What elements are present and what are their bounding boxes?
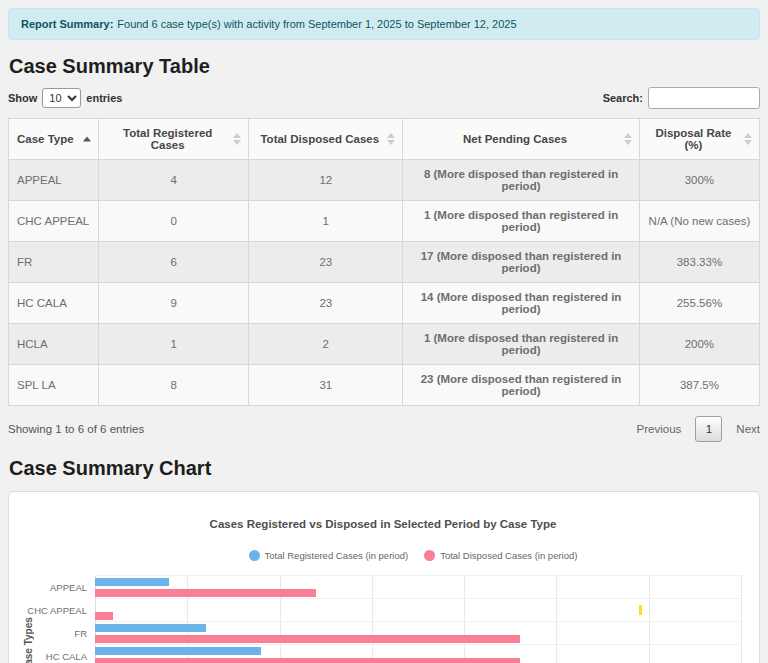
- category-label-appeal: APPEAL: [50, 581, 87, 592]
- sort-asc-icon: [83, 137, 91, 142]
- table-row: SPL LA83123 (More disposed than register…: [9, 365, 760, 406]
- category-band-chc-appeal: [95, 598, 741, 621]
- table-header-row: Case TypeTotal Registered CasesTotal Dis…: [9, 119, 760, 160]
- column-header-label: Case Type: [17, 133, 74, 145]
- bar-total-registered-cases-in-period-fr: [95, 624, 206, 632]
- cell-disposed-cases: 23: [249, 283, 403, 324]
- cell-disposal-rate: 387.5%: [639, 365, 759, 406]
- cell-case-type: FR: [9, 242, 99, 283]
- table-footer: Showing 1 to 6 of 6 entries Previous 1 N…: [8, 416, 760, 442]
- table-row: FR62317 (More disposed than registered i…: [9, 242, 760, 283]
- table-section-title: Case Summary Table: [9, 55, 760, 78]
- highlight-artifact: [639, 605, 642, 615]
- column-header-disposal-rate[interactable]: Disposal Rate (%): [639, 119, 759, 160]
- page-1-button[interactable]: 1: [695, 416, 722, 442]
- sort-up-arrow-icon: [744, 133, 752, 138]
- sort-icon: [744, 133, 752, 145]
- category-band-hc-cala: [95, 644, 741, 663]
- cell-net-pending: 14 (More disposed than registered in per…: [403, 283, 640, 324]
- sort-down-arrow-icon: [624, 140, 632, 145]
- search-input[interactable]: [648, 87, 760, 109]
- cell-net-pending: 1 (More disposed than registered in peri…: [403, 201, 640, 242]
- table-info: Showing 1 to 6 of 6 entries: [8, 423, 144, 435]
- cell-case-type: HC CALA: [9, 283, 99, 324]
- cell-disposal-rate: 200%: [639, 324, 759, 365]
- cell-disposed-cases: 2: [249, 324, 403, 365]
- gridline: [741, 575, 742, 663]
- page-length-select[interactable]: 10: [42, 88, 81, 108]
- bar-total-disposed-cases-in-period-appeal: [95, 589, 316, 597]
- legend-item-total-disposed-cases-in-period[interactable]: Total Disposed Cases (in period): [424, 550, 577, 561]
- bar-total-disposed-cases-in-period-chc-appeal: [95, 612, 113, 620]
- sort-down-arrow-icon: [744, 140, 752, 145]
- chart-section-title: Case Summary Chart: [9, 457, 760, 480]
- show-label: Show: [8, 92, 37, 104]
- bar-total-registered-cases-in-period-hc-cala: [95, 647, 261, 655]
- cell-case-type: APPEAL: [9, 160, 99, 201]
- table-row: CHC APPEAL011 (More disposed than regist…: [9, 201, 760, 242]
- legend-label: Total Registered Cases (in period): [265, 550, 409, 561]
- sort-up-arrow-icon: [233, 133, 241, 138]
- sort-icon: [387, 133, 395, 145]
- column-header-label: Disposal Rate (%): [655, 127, 731, 151]
- page-length-control: Show 10 entries: [8, 88, 122, 108]
- cell-disposal-rate: 383.33%: [639, 242, 759, 283]
- table-row: HCLA121 (More disposed than registered i…: [9, 324, 760, 365]
- column-header-case-type[interactable]: Case Type: [9, 119, 99, 160]
- chart-card: Cases Registered vs Disposed in Selected…: [8, 491, 760, 663]
- chart-title: Cases Registered vs Disposed in Selected…: [19, 518, 747, 530]
- category-label-fr: FR: [74, 627, 87, 638]
- cell-net-pending: 17 (More disposed than registered in per…: [403, 242, 640, 283]
- banner-text: Found 6 case type(s) with activity from …: [117, 18, 516, 30]
- category-band-appeal: [95, 575, 741, 598]
- table-row: APPEAL4128 (More disposed than registere…: [9, 160, 760, 201]
- table-row: HC CALA92314 (More disposed than registe…: [9, 283, 760, 324]
- cell-case-type: SPL LA: [9, 365, 99, 406]
- sort-up-arrow-icon: [387, 133, 395, 138]
- cell-disposed-cases: 31: [249, 365, 403, 406]
- entries-label: entries: [86, 92, 122, 104]
- legend-swatch-icon: [249, 550, 260, 561]
- cell-disposed-cases: 12: [249, 160, 403, 201]
- cell-registered-cases: 1: [99, 324, 249, 365]
- column-header-net-pending-cases[interactable]: Net Pending Cases: [403, 119, 640, 160]
- column-header-total-registered-cases[interactable]: Total Registered Cases: [99, 119, 249, 160]
- cell-net-pending: 8 (More disposed than registered in peri…: [403, 160, 640, 201]
- cell-disposal-rate: 300%: [639, 160, 759, 201]
- pagination: Previous 1 Next: [637, 416, 760, 442]
- cell-registered-cases: 9: [99, 283, 249, 324]
- next-button[interactable]: Next: [736, 423, 760, 435]
- sort-up-arrow-icon: [624, 133, 632, 138]
- category-label-hc-cala: HC CALA: [46, 650, 87, 661]
- chart-legend: Total Registered Cases (in period)Total …: [79, 550, 747, 561]
- cell-disposal-rate: N/A (No new cases): [639, 201, 759, 242]
- report-summary-banner: Report Summary:Found 6 case type(s) with…: [8, 8, 760, 40]
- legend-item-total-registered-cases-in-period[interactable]: Total Registered Cases (in period): [249, 550, 409, 561]
- case-summary-table: Case TypeTotal Registered CasesTotal Dis…: [8, 118, 760, 406]
- banner-label: Report Summary:: [21, 18, 113, 30]
- search-control: Search:: [603, 87, 760, 109]
- legend-label: Total Disposed Cases (in period): [440, 550, 577, 561]
- search-label: Search:: [603, 92, 643, 104]
- plot-region: Case Types APPEALCHC APPEALFRHC CALAHCLA…: [19, 575, 747, 663]
- sort-down-arrow-icon: [233, 140, 241, 145]
- column-header-label: Net Pending Cases: [463, 133, 567, 145]
- sort-icon: [233, 133, 241, 145]
- sort-icon: [624, 133, 632, 145]
- previous-button[interactable]: Previous: [637, 423, 682, 435]
- column-header-total-disposed-cases[interactable]: Total Disposed Cases: [249, 119, 403, 160]
- cell-disposal-rate: 255.56%: [639, 283, 759, 324]
- cell-net-pending: 23 (More disposed than registered in per…: [403, 365, 640, 406]
- category-label-chc-appeal: CHC APPEAL: [27, 604, 87, 615]
- column-header-label: Total Disposed Cases: [260, 133, 379, 145]
- table-body: APPEAL4128 (More disposed than registere…: [9, 160, 760, 406]
- bar-total-disposed-cases-in-period-hc-cala: [95, 658, 520, 663]
- bar-total-registered-cases-in-period-appeal: [95, 578, 169, 586]
- column-header-label: Total Registered Cases: [123, 127, 212, 151]
- cell-registered-cases: 0: [99, 201, 249, 242]
- sort-up-arrow-icon: [83, 137, 91, 142]
- cell-registered-cases: 8: [99, 365, 249, 406]
- cell-disposed-cases: 1: [249, 201, 403, 242]
- plot-outer: APPEALCHC APPEALFRHC CALAHCLASPL LA 0510…: [37, 575, 747, 663]
- cell-registered-cases: 4: [99, 160, 249, 201]
